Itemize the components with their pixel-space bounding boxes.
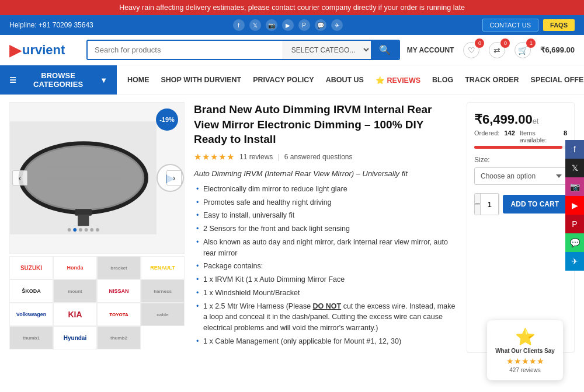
- social-sidebar-telegram[interactable]: ✈: [565, 252, 584, 271]
- brand-honda: Honda: [53, 256, 97, 279]
- contact-us-button[interactable]: CONTACT US: [482, 19, 539, 32]
- brand-nissan: NISSAN: [97, 279, 141, 303]
- bullet-4: 2 Sensors for the front and back light s…: [194, 222, 457, 236]
- svg-point-8: [68, 228, 71, 232]
- nav-track[interactable]: TRACK ORDER: [459, 70, 524, 90]
- social-sidebar-twitter[interactable]: 𝕏: [565, 159, 584, 177]
- brand-img1: bracket: [97, 256, 141, 279]
- product-stars: ★★★★★: [194, 152, 235, 162]
- nav-blog[interactable]: BLOG: [426, 70, 459, 90]
- qty-decrease-button[interactable]: −: [475, 194, 480, 215]
- nav-about[interactable]: ABOUT US: [320, 70, 370, 90]
- nav-home[interactable]: HOME: [121, 70, 155, 90]
- site-header: ▶ urvient SELECT CATEGO... 🔍 MY ACCOUNT …: [0, 35, 584, 65]
- brand-vw: Volkswagen: [9, 303, 53, 326]
- size-label: Size:: [474, 156, 567, 164]
- whatsapp-topbar-icon[interactable]: 💬: [315, 19, 326, 31]
- cart-badge: 1: [526, 38, 536, 48]
- qty-input[interactable]: [480, 194, 499, 215]
- brand-logos: SUZUKI Honda bracket RENAULT ŠKODA mount…: [9, 256, 185, 349]
- category-select[interactable]: SELECT CATEGO...: [283, 41, 371, 59]
- svg-point-10: [79, 228, 82, 232]
- bullet-cable: 1 x Cable Management (only applicable fo…: [194, 335, 457, 348]
- youtube-topbar-icon[interactable]: ▶: [282, 19, 294, 31]
- brand-kia: KIA: [53, 303, 97, 326]
- nav-reviews[interactable]: ⭐ REVIEWS: [370, 70, 426, 90]
- product-title: Brand New Auto Dimming IRVM Internal Rea…: [194, 102, 457, 147]
- my-account-link[interactable]: MY ACCOUNT: [407, 46, 454, 54]
- logo-arrow-icon: ▶: [9, 43, 21, 58]
- pinterest-topbar-icon[interactable]: P: [298, 19, 310, 31]
- site-logo[interactable]: ▶ urvient: [9, 43, 79, 58]
- brand-suzuki: SUZUKI: [9, 256, 53, 279]
- hamburger-icon: ☰: [9, 76, 16, 85]
- brand-skoda: ŠKODA: [9, 279, 53, 303]
- social-sidebar-instagram[interactable]: 📷: [565, 177, 584, 196]
- social-sidebar-youtube[interactable]: ▶: [565, 196, 584, 215]
- brand-img6: thumb2: [97, 326, 141, 349]
- svg-point-13: [96, 228, 99, 232]
- social-sidebar-whatsapp[interactable]: 💬: [565, 233, 584, 252]
- brand-renault: RENAULT: [141, 256, 185, 279]
- reviews-widget-stars: ★★★★★: [495, 356, 555, 360]
- svg-point-12: [90, 228, 93, 232]
- ordered-row: Ordered: 142 Items available: 8: [474, 130, 567, 144]
- product-description: Auto Dimming IRVM (Internal Rear View Mi…: [194, 169, 457, 178]
- top-banner: Heavy rain affecting delivery estimates,…: [0, 0, 584, 15]
- nav-links: HOME SHOP WITH DURVIENT PRIVACY POLICY A…: [117, 70, 584, 90]
- facebook-topbar-icon[interactable]: f: [233, 19, 245, 31]
- cart-price[interactable]: ₹6,699.00: [540, 46, 575, 54]
- social-icons: f 𝕏 📷 ▶ P 💬 ✈: [233, 19, 343, 31]
- main-product-image: -19% ‹: [9, 102, 185, 254]
- add-to-cart-button[interactable]: ADD TO CART: [503, 195, 567, 214]
- twitter-topbar-icon[interactable]: 𝕏: [249, 19, 261, 31]
- svg-rect-7: [78, 215, 89, 226]
- size-select[interactable]: Choose an option: [474, 167, 567, 185]
- qa-count[interactable]: 6 answered questions: [284, 153, 353, 161]
- available-label: Items available:: [520, 130, 559, 144]
- product-price: ₹6,499.00et: [474, 112, 567, 127]
- review-count[interactable]: 11 reviews: [239, 153, 273, 161]
- brand-toyota: TOYOTA: [97, 303, 141, 326]
- compare-icon-wrapper[interactable]: ⇄ 0: [489, 42, 505, 58]
- bullet-mount: 1 x Windshield Mount/Bracket: [194, 286, 457, 300]
- nav-special[interactable]: SPECIAL OFFERS: [525, 70, 584, 90]
- discount-badge: -19%: [156, 108, 178, 131]
- gallery-next-arrow[interactable]: ›: [166, 170, 182, 186]
- nav-privacy[interactable]: PRIVACY POLICY: [247, 70, 319, 90]
- bullet-2: Promotes safe and healthy night driving: [194, 196, 457, 209]
- search-button[interactable]: 🔍: [371, 41, 399, 59]
- reviews-widget-star-emoji: ⭐: [495, 327, 555, 346]
- brand-img5: thumb1: [9, 326, 53, 349]
- nav-shop[interactable]: SHOP WITH DURVIENT: [155, 70, 248, 90]
- stock-progress-fill: [474, 146, 562, 149]
- cart-icon-wrapper[interactable]: 🛒 1: [515, 42, 531, 58]
- ordered-label: Ordered:: [474, 130, 499, 144]
- social-sidebar: f 𝕏 📷 ▶ P 💬 ✈: [565, 140, 584, 271]
- price-panel: ₹6,499.00et Ordered: 142 Items available…: [467, 102, 575, 353]
- reviews-widget[interactable]: ⭐ What Our Clients Say ★★★★★ 427 reviews: [487, 320, 563, 360]
- telegram-topbar-icon[interactable]: ✈: [331, 19, 343, 31]
- product-bullets: Electronically dim mirror to reduce ligh…: [194, 183, 457, 348]
- brand-hyundai: Hyundai: [53, 326, 97, 349]
- social-sidebar-pinterest[interactable]: P: [565, 215, 584, 233]
- bullet-irvm: 1 x IRVM Kit (1 x Auto Dimming Mirror Fa…: [194, 273, 457, 286]
- bullet-5: Also known as auto day and night mirror,…: [194, 236, 457, 260]
- product-gallery: -19% ‹: [9, 102, 185, 353]
- stock-progress-bar: [474, 146, 567, 149]
- quantity-stepper: − +: [474, 193, 499, 215]
- instagram-topbar-icon[interactable]: 📷: [266, 19, 277, 31]
- browse-categories-button[interactable]: ☰ BROWSE CATEGORIES ▼: [0, 65, 117, 94]
- wishlist-icon-wrapper[interactable]: ♡ 0: [463, 42, 479, 58]
- ordered-value: 142: [504, 130, 515, 144]
- social-sidebar-facebook[interactable]: f: [565, 140, 584, 159]
- bullet-1: Electronically dim mirror to reduce ligh…: [194, 183, 457, 196]
- faqs-button[interactable]: FAQS: [543, 19, 575, 31]
- svg-point-11: [85, 228, 88, 232]
- rating-row: ★★★★★ 11 reviews | 6 answered questions: [194, 152, 457, 162]
- svg-point-9: [73, 228, 77, 232]
- browse-chevron-icon: ▼: [100, 76, 107, 85]
- gallery-prev-arrow[interactable]: ‹: [12, 170, 27, 186]
- search-bar: SELECT CATEGO... 🔍: [86, 40, 400, 60]
- search-input[interactable]: [88, 41, 283, 59]
